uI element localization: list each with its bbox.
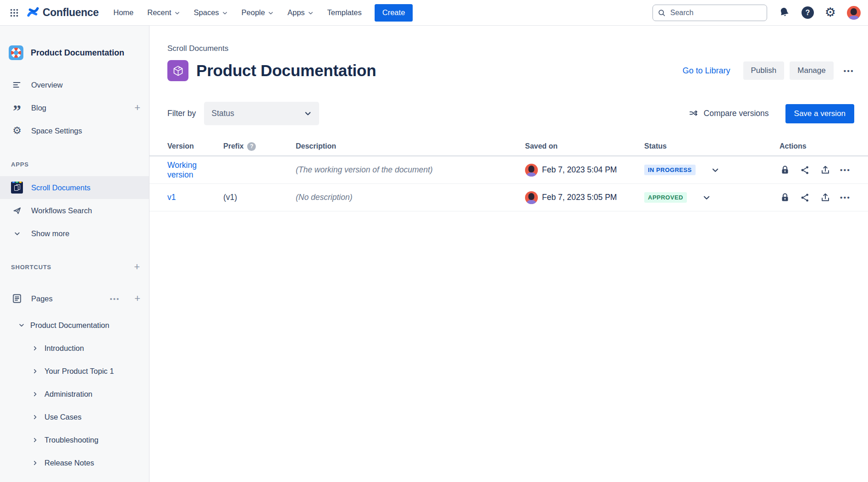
- space-header[interactable]: Product Documentation: [0, 41, 149, 64]
- manage-button[interactable]: Manage: [790, 61, 833, 80]
- tree-item-introduction[interactable]: Introduction: [0, 337, 149, 360]
- export-icon[interactable]: [820, 165, 831, 176]
- tree-item-release-notes[interactable]: Release Notes: [0, 451, 149, 474]
- confluence-logo[interactable]: Confluence: [27, 6, 99, 20]
- chevron-right-icon[interactable]: [32, 345, 38, 351]
- overview-lines-icon: [11, 80, 23, 90]
- col-description: Description: [296, 142, 525, 150]
- add-page-icon[interactable]: +: [134, 294, 140, 304]
- search-icon: [658, 9, 666, 17]
- app-switcher-icon[interactable]: [6, 5, 22, 21]
- space-lifebuoy-icon: [9, 45, 23, 60]
- sidebar-show-more[interactable]: Show more: [0, 222, 149, 245]
- status-filter-dropdown[interactable]: Status: [204, 102, 319, 125]
- settings-gear-icon[interactable]: ⚙: [825, 6, 836, 19]
- expand-status-chevron-icon[interactable]: [702, 194, 711, 202]
- tree-item-troubleshooting[interactable]: Troubleshooting: [0, 428, 149, 451]
- tree-item-administration[interactable]: Administration: [0, 382, 149, 405]
- version-link[interactable]: v1: [167, 193, 223, 202]
- add-shortcut-icon[interactable]: +: [134, 262, 140, 272]
- tree-item-use-cases[interactable]: Use Cases: [0, 405, 149, 428]
- nav-apps[interactable]: Apps: [287, 8, 314, 17]
- main-content: Scroll Documents Product Documentation G…: [149, 26, 868, 482]
- table-row: Working version (The working version of …: [149, 156, 868, 184]
- share-icon[interactable]: [800, 165, 811, 176]
- breadcrumb[interactable]: Scroll Documents: [167, 44, 228, 53]
- chevron-right-icon[interactable]: [32, 437, 38, 443]
- pages-icon: [11, 293, 23, 304]
- chevron-down-icon: [174, 10, 180, 16]
- sidebar-item-scroll-documents[interactable]: Scroll Documents: [0, 176, 149, 199]
- expand-status-chevron-icon[interactable]: [711, 166, 719, 174]
- document-header: Product Documentation Go to Library Publ…: [167, 60, 854, 82]
- sidebar-item-space-settings[interactable]: ⚙ Space Settings: [0, 119, 149, 142]
- compare-versions-button[interactable]: Compare versions: [689, 109, 769, 119]
- actions-cell: •••: [766, 165, 854, 176]
- version-link[interactable]: Working version: [167, 161, 223, 180]
- add-blog-icon[interactable]: +: [134, 103, 140, 113]
- col-prefix: Prefix ?: [223, 142, 296, 151]
- confluence-logo-icon: [27, 6, 39, 20]
- nav-people[interactable]: People: [242, 8, 274, 17]
- export-icon[interactable]: [820, 192, 831, 203]
- lock-icon[interactable]: [780, 192, 791, 203]
- description-cell: (The working version of the document): [296, 165, 525, 175]
- col-version: Version: [167, 142, 223, 150]
- version-toolbar: Compare versions Save a version: [689, 104, 854, 123]
- publish-button[interactable]: Publish: [743, 61, 785, 80]
- create-button[interactable]: Create: [375, 4, 413, 22]
- tree-item-your-product-topic-1[interactable]: Your Product Topic 1: [0, 360, 149, 382]
- status-cell: APPROVED: [644, 192, 766, 203]
- status-badge: IN PROGRESS: [644, 165, 696, 175]
- saver-avatar: [525, 191, 538, 204]
- notifications-bell-icon[interactable]: [778, 6, 791, 19]
- nav-spaces[interactable]: Spaces: [194, 8, 228, 17]
- col-saved-on: Saved on: [525, 142, 644, 150]
- sidebar-item-overview[interactable]: Overview: [0, 73, 149, 96]
- app-shell: Product Documentation Overview ” Blog + …: [0, 26, 868, 482]
- pages-more-icon[interactable]: •••: [110, 295, 120, 303]
- prefix-cell: (v1): [223, 193, 296, 202]
- primary-nav: Home Recent Spaces People Apps Templates: [113, 8, 362, 17]
- description-cell: (No description): [296, 193, 525, 202]
- prefix-help-icon[interactable]: ?: [247, 142, 256, 151]
- table-row: v1 (v1) (No description) Feb 7, 2023 5:0…: [149, 184, 868, 211]
- share-icon[interactable]: [800, 192, 811, 203]
- save-a-version-button[interactable]: Save a version: [785, 104, 854, 123]
- chevron-down-icon: [11, 230, 23, 237]
- more-actions-icon[interactable]: •••: [844, 67, 854, 75]
- help-icon[interactable]: ?: [802, 6, 814, 19]
- go-to-library-link[interactable]: Go to Library: [682, 66, 730, 76]
- filter-bar: Filter by Status Compare versions Save a…: [167, 102, 854, 125]
- chevron-down-icon[interactable]: [18, 322, 25, 328]
- sidebar-item-workflows-search[interactable]: Workflows Search: [0, 199, 149, 222]
- chevron-down-icon: [304, 110, 312, 117]
- chevron-right-icon[interactable]: [32, 460, 38, 466]
- document-actions: Go to Library Publish Manage •••: [682, 61, 854, 80]
- search-input[interactable]: [652, 5, 767, 21]
- nav-home[interactable]: Home: [113, 8, 133, 17]
- lock-icon[interactable]: [780, 165, 791, 176]
- nav-recent[interactable]: Recent: [147, 8, 180, 17]
- saved-on-cell: Feb 7, 2023 5:04 PM: [525, 164, 644, 177]
- apps-section-label: APPS: [0, 158, 149, 171]
- topbar: Confluence Home Recent Spaces People App…: [0, 0, 868, 26]
- chevron-right-icon[interactable]: [32, 391, 38, 397]
- chevron-down-icon: [268, 10, 274, 16]
- saved-on-cell: Feb 7, 2023 5:05 PM: [525, 191, 644, 204]
- nav-templates[interactable]: Templates: [327, 8, 362, 17]
- chevron-down-icon: [222, 10, 228, 16]
- tree-item-product-documentation[interactable]: Product Documentation: [0, 314, 149, 337]
- row-more-actions-icon[interactable]: •••: [840, 166, 851, 174]
- sidebar-pages-header[interactable]: Pages ••• +: [0, 287, 149, 310]
- chevron-right-icon[interactable]: [32, 368, 38, 374]
- sidebar-item-blog[interactable]: ” Blog +: [0, 96, 149, 119]
- chevron-right-icon[interactable]: [32, 414, 38, 420]
- table-header-row: Version Prefix ? Description Saved on St…: [149, 137, 868, 156]
- user-avatar[interactable]: [847, 6, 861, 20]
- row-more-actions-icon[interactable]: •••: [840, 194, 851, 201]
- col-status: Status: [644, 142, 766, 150]
- versions-table: Version Prefix ? Description Saved on St…: [149, 137, 868, 211]
- saver-avatar: [525, 164, 538, 177]
- workflows-icon: [11, 205, 23, 216]
